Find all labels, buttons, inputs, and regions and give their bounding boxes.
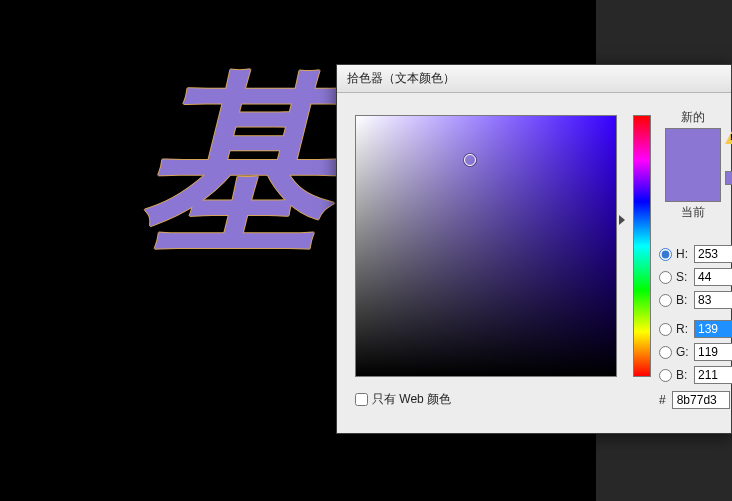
- hue-pointer-icon: [619, 215, 625, 225]
- swatch-new: [666, 129, 720, 165]
- input-r[interactable]: [694, 320, 732, 338]
- web-only-row[interactable]: 只有 Web 颜色: [355, 391, 451, 408]
- row-g: G:: [659, 343, 732, 361]
- label-r: R:: [676, 322, 694, 336]
- color-picker-dialog: 拾色器（文本颜色） 新的 当前 H: S:: [336, 64, 732, 434]
- dialog-title: 拾色器（文本颜色）: [347, 70, 455, 87]
- saturation-value-field[interactable]: [355, 115, 617, 377]
- dialog-titlebar[interactable]: 拾色器（文本颜色）: [337, 65, 731, 93]
- swatch-group: 新的 当前: [665, 109, 721, 221]
- label-s: S:: [676, 270, 694, 284]
- radio-h[interactable]: [659, 248, 672, 261]
- radio-s[interactable]: [659, 271, 672, 284]
- hex-prefix: #: [659, 393, 666, 407]
- gamut-warning-icon[interactable]: [725, 131, 732, 144]
- color-swatch[interactable]: [665, 128, 721, 202]
- row-b2: B:: [659, 366, 732, 384]
- radio-r[interactable]: [659, 323, 672, 336]
- label-h: H:: [676, 247, 694, 261]
- input-b[interactable]: [694, 291, 732, 309]
- swatch-current-label: 当前: [665, 204, 721, 221]
- input-s[interactable]: [694, 268, 732, 286]
- hex-input[interactable]: [672, 391, 730, 409]
- dialog-body: 新的 当前 H: S: B:: [337, 93, 731, 433]
- input-g[interactable]: [694, 343, 732, 361]
- row-s: S:: [659, 268, 732, 286]
- sv-cursor: [464, 154, 476, 166]
- radio-b[interactable]: [659, 294, 672, 307]
- swatch-new-label: 新的: [665, 109, 721, 126]
- row-h: H:: [659, 245, 732, 263]
- radio-g[interactable]: [659, 346, 672, 359]
- label-b2: B:: [676, 368, 694, 382]
- gamut-closest-swatch[interactable]: [725, 171, 732, 185]
- label-g: G:: [676, 345, 694, 359]
- value-fields: H: S: B: R: G:: [659, 245, 732, 389]
- hue-slider[interactable]: [633, 115, 651, 377]
- radio-b2[interactable]: [659, 369, 672, 382]
- input-b2[interactable]: [694, 366, 732, 384]
- swatch-current: [666, 165, 720, 201]
- hex-row: #: [659, 391, 730, 409]
- label-b: B:: [676, 293, 694, 307]
- input-h[interactable]: [694, 245, 732, 263]
- web-only-checkbox[interactable]: [355, 393, 368, 406]
- preview-glyph: 基: [140, 70, 330, 260]
- row-r: R:: [659, 320, 732, 338]
- web-only-label: 只有 Web 颜色: [372, 391, 451, 408]
- row-b: B:: [659, 291, 732, 309]
